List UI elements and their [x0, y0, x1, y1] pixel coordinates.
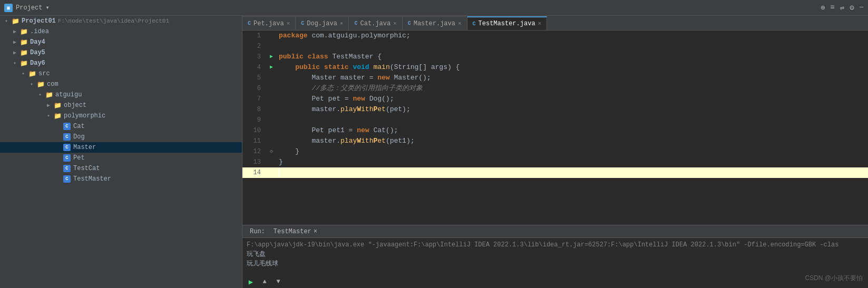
testmaster-tab-close[interactable]: × [538, 21, 542, 27]
tree-item-day5[interactable]: ▶ 📁 Day5 [0, 47, 242, 58]
code-line-13: 13 } [242, 157, 868, 167]
tree-item-day4[interactable]: ▶ 📁 Day4 [0, 37, 242, 47]
gutter-4: ▶ [266, 62, 277, 73]
project-dropdown-arrow[interactable]: ▾ [45, 4, 49, 12]
day6-folder-icon: 📁 [19, 59, 28, 67]
line-content-11: master.playWithPet(pet1); [277, 136, 868, 146]
tree-item-cat[interactable]: C Cat [0, 121, 242, 132]
gutter-8 [266, 104, 277, 115]
line-num-5: 5 [242, 73, 266, 83]
line-num-12: 12 [242, 146, 266, 157]
tree-item-master[interactable]: C Master [0, 142, 242, 153]
tree-item-day6[interactable]: ▾ 📁 Day6 [0, 58, 242, 68]
tree-item-object[interactable]: ▶ 📁 object [0, 100, 242, 111]
com-label: com [47, 81, 58, 88]
main-area: ▾ 📁 Project01 F:\node\test\java\idea\Pro… [0, 16, 868, 288]
run-arrow-4[interactable]: ▶ [270, 62, 273, 73]
dog-tab-icon: C [301, 21, 304, 26]
sync-icon[interactable]: ⇌ [840, 3, 844, 12]
code-line-12: 12 ◇ } [242, 146, 868, 157]
tree-item-src[interactable]: ▾ 📁 src [0, 68, 242, 79]
line-content-14 [277, 167, 868, 178]
idea-folder-icon: 📁 [19, 27, 28, 36]
idea-label: .idea [30, 28, 49, 35]
watermark: CSDN @小孩不要怕 [805, 274, 863, 283]
bottom-output: F:\app\java\jdk-19\bin\java.exe "-javaag… [242, 238, 868, 275]
root-arrow: ▾ [2, 18, 11, 24]
tree-root[interactable]: ▾ 📁 Project01 F:\node\test\java\idea\Pro… [0, 16, 242, 26]
code-line-3: 3 ▶ public class TestMaster { [242, 52, 868, 62]
code-line-1: 1 package com.atguigu.polymorphic; [242, 31, 868, 41]
cat-label: Cat [73, 123, 85, 130]
tree-item-testcat[interactable]: C TestCat [0, 163, 242, 174]
dog-tab-close[interactable]: × [340, 21, 344, 27]
tree-item-com[interactable]: ▾ 📁 com [0, 79, 242, 90]
line-num-11: 11 [242, 136, 266, 146]
line-content-13: } [277, 157, 868, 167]
day5-folder-icon: 📁 [19, 48, 28, 57]
line-num-14: 14 [242, 167, 266, 178]
code-line-2: 2 [242, 41, 868, 52]
tab-dog[interactable]: C Dog.java × [296, 16, 349, 30]
gutter-14 [266, 167, 277, 178]
object-folder-icon: 📁 [53, 101, 62, 110]
day5-label: Day5 [30, 49, 45, 56]
line-num-8: 8 [242, 104, 266, 115]
line-content-4: public static void main(String[] args) { [277, 62, 868, 73]
code-line-8: 8 master.playWithPet(pet); [242, 104, 868, 115]
com-arrow: ▾ [27, 81, 36, 87]
dog-class-icon: C [62, 133, 72, 141]
project-label[interactable]: Project [16, 4, 42, 12]
scroll-down-button[interactable]: ▼ [273, 276, 284, 287]
day4-arrow: ▶ [11, 39, 19, 45]
tab-testmaster[interactable]: C TestMaster.java × [467, 16, 548, 30]
tree-item-pet[interactable]: C Pet [0, 153, 242, 163]
code-editor[interactable]: 1 package com.atguigu.polymorphic; 2 3 ▶… [242, 31, 868, 225]
settings-icon[interactable]: ⚙ [850, 3, 854, 12]
gutter-2 [266, 41, 277, 52]
project-icon: ▣ [4, 4, 13, 12]
master-class-icon: C [62, 143, 72, 152]
master-tab-icon: C [408, 21, 411, 26]
tab-master[interactable]: C Master.java × [403, 16, 467, 30]
run-button[interactable]: ▶ [246, 276, 256, 287]
testmaster-tab-icon: C [473, 21, 476, 27]
line-content-10: Pet pet1 = new Cat(); [277, 125, 868, 136]
bottom-tab-close[interactable]: × [314, 228, 317, 235]
gutter-11 [266, 136, 277, 146]
gutter-6 [266, 83, 277, 94]
code-line-9: 9 [242, 115, 868, 125]
tree-item-dog[interactable]: C Dog [0, 132, 242, 142]
day4-label: Day4 [30, 38, 45, 46]
run-arrow-3[interactable]: ▶ [270, 52, 273, 62]
line-num-3: 3 [242, 52, 266, 62]
line-content-7: Pet pet = new Dog(); [277, 94, 868, 104]
add-icon[interactable]: ⊕ [821, 3, 825, 12]
scroll-up-button[interactable]: ▲ [259, 276, 270, 287]
gutter-13 [266, 157, 277, 167]
tree-item-idea[interactable]: ▶ 📁 .idea [0, 26, 242, 37]
testmaster-label: TestMaster [73, 175, 111, 183]
tab-pet[interactable]: C Pet.java × [242, 16, 296, 30]
atguigu-folder-icon: 📁 [44, 91, 54, 99]
run-text: Run: [250, 228, 265, 235]
src-label: src [38, 70, 50, 77]
tab-cat[interactable]: C Cat.java × [349, 16, 402, 30]
gutter-9 [266, 115, 277, 125]
pet-tab-close[interactable]: × [287, 21, 290, 27]
bottom-tab-testmaster[interactable]: TestMaster × [270, 228, 320, 235]
list-icon[interactable]: ≡ [830, 3, 834, 12]
master-label: Master [73, 144, 96, 151]
line-num-1: 1 [242, 31, 266, 41]
day4-folder-icon: 📁 [19, 38, 28, 46]
tree-item-atguigu[interactable]: ▾ 📁 atguigu [0, 90, 242, 100]
tree-item-polymorphic[interactable]: ▾ 📁 polymorphic [0, 111, 242, 121]
master-tab-close[interactable]: × [458, 21, 462, 27]
minimize-icon[interactable]: − [860, 3, 864, 12]
root-folder-icon: 📁 [11, 17, 20, 25]
testcat-label: TestCat [73, 165, 100, 172]
tree-item-testmaster[interactable]: C TestMaster [0, 174, 242, 184]
sidebar: ▾ 📁 Project01 F:\node\test\java\idea\Pro… [0, 16, 242, 288]
cat-tab-close[interactable]: × [393, 21, 397, 27]
gutter-1 [266, 31, 277, 41]
